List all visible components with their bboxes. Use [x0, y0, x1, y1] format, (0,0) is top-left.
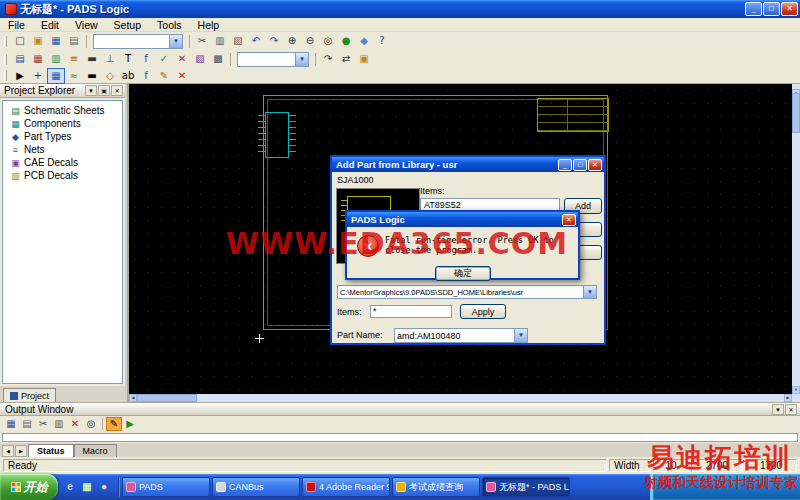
filter-input[interactable]: *	[370, 305, 452, 318]
tree-item-pcb-decals[interactable]: ▥ PCB Decals	[3, 169, 122, 182]
output-menu-icon[interactable]: ▼	[772, 404, 784, 415]
text-icon[interactable]: T	[119, 51, 137, 67]
out-clear-icon[interactable]: ✕	[67, 417, 83, 431]
vertical-scroll-thumb[interactable]	[792, 93, 800, 133]
panel-close-icon[interactable]: ✕	[111, 85, 123, 96]
internet-explorer-icon[interactable]: e	[63, 480, 77, 494]
media-player-icon[interactable]: ●	[97, 480, 111, 494]
toolbar-grip[interactable]	[4, 54, 7, 65]
horizontal-scroll-thumb[interactable]	[137, 394, 197, 402]
menu-item[interactable]: Setup	[106, 18, 149, 32]
bus-icon[interactable]: ▬	[83, 51, 101, 67]
field-icon[interactable]: f	[137, 51, 155, 67]
zoom-combo[interactable]: ▼	[93, 34, 183, 49]
maximize-button[interactable]: □	[763, 2, 780, 16]
show-desktop-icon[interactable]: ▦	[80, 480, 94, 494]
apply-button[interactable]: Apply	[460, 304, 506, 319]
panel-menu-icon[interactable]: ▼	[85, 85, 97, 96]
tree-item-cae-decals[interactable]: ▣ CAE Decals	[3, 156, 122, 169]
task-pads[interactable]: PADS	[122, 477, 210, 497]
grid-icon[interactable]: ▩	[209, 51, 227, 67]
connection-icon[interactable]: ≡	[65, 51, 83, 67]
menu-item[interactable]: Help	[190, 18, 228, 32]
mirror-icon[interactable]: ⇄	[337, 51, 355, 67]
close-button[interactable]: ✕	[781, 2, 798, 16]
add-offpage-icon[interactable]: ◇	[101, 68, 119, 84]
delete-icon[interactable]: ✕	[173, 68, 191, 84]
output-close-icon[interactable]: ✕	[785, 404, 797, 415]
component-symbol[interactable]	[265, 112, 289, 158]
library-combo[interactable]: C:\MentorGraphics\9.0PADS\SDD_HOME\Libra…	[337, 285, 597, 299]
add-bus-icon[interactable]: ▬	[83, 68, 101, 84]
zoom-in-icon[interactable]: ⊕	[283, 33, 301, 49]
task-canbus[interactable]: CANBus	[212, 477, 300, 497]
task-exam-query[interactable]: 考试成绩查询	[392, 477, 480, 497]
redraw-icon[interactable]: ●	[337, 33, 355, 49]
menu-item[interactable]: View	[67, 18, 106, 32]
out-save-icon[interactable]: ▦	[3, 417, 19, 431]
horizontal-scrollbar[interactable]: ◀ ▶	[129, 394, 792, 402]
tree-item-part-types[interactable]: ◆ Part Types	[3, 130, 122, 143]
tab-scroll-right-icon[interactable]: ▶	[15, 445, 27, 457]
undo-icon[interactable]: ↶	[247, 33, 265, 49]
layers-icon[interactable]: ▧	[191, 51, 209, 67]
chevron-down-icon[interactable]: ▼	[295, 53, 308, 66]
tab-project[interactable]: Project	[3, 388, 56, 402]
ok-button[interactable]: 确定	[435, 266, 491, 281]
system-tray[interactable]	[650, 474, 800, 500]
vertical-scrollbar[interactable]: ▲ ▼	[792, 84, 800, 394]
scroll-down-icon[interactable]: ▼	[792, 386, 800, 394]
cut-icon[interactable]: ✂	[193, 33, 211, 49]
part-name-combo[interactable]: amd:AM100480 ▼	[394, 328, 528, 343]
scroll-right-icon[interactable]: ▶	[784, 394, 792, 402]
start-button[interactable]: 开始	[0, 474, 58, 500]
out-separator[interactable]	[102, 418, 103, 430]
gates-icon[interactable]: ▦	[29, 51, 47, 67]
help-icon[interactable]: ?	[373, 33, 391, 49]
menu-item[interactable]: Edit	[33, 18, 67, 32]
out-find-icon[interactable]: ◎	[83, 417, 99, 431]
record-macro-icon[interactable]: ✎	[106, 417, 122, 431]
tree-item-nets[interactable]: ≡ Nets	[3, 143, 122, 156]
error-close-button[interactable]: ✕	[562, 214, 576, 226]
sheets-icon[interactable]: ▤	[11, 51, 29, 67]
add-connection-icon[interactable]: ≈	[65, 68, 83, 84]
properties-icon[interactable]: ▣	[355, 51, 373, 67]
erc-icon[interactable]: ✕	[173, 51, 191, 67]
new-file-icon[interactable]: □	[11, 33, 29, 49]
ground-icon[interactable]: ⊥	[101, 51, 119, 67]
dialog-minimize-button[interactable]: _	[558, 159, 572, 171]
out-cut-icon[interactable]: ✂	[35, 417, 51, 431]
toolbar-grip[interactable]	[4, 70, 7, 81]
output-log[interactable]	[2, 433, 798, 442]
rules-check-icon[interactable]: ✓	[155, 51, 173, 67]
error-title-bar[interactable]: PADS Logic ✕	[347, 212, 578, 227]
tree-item-schematic-sheets[interactable]: ▤ Schematic Sheets	[3, 104, 122, 117]
rotate-icon[interactable]: ↷	[319, 51, 337, 67]
zoom-out-icon[interactable]: ⊖	[301, 33, 319, 49]
out-print-icon[interactable]: ▤	[19, 417, 35, 431]
width-value[interactable]: 10	[653, 459, 689, 472]
redo-icon[interactable]: ↷	[265, 33, 283, 49]
print-icon[interactable]: ▤	[65, 33, 83, 49]
ole-object-icon[interactable]: ◆	[355, 33, 373, 49]
chevron-down-icon[interactable]: ▼	[583, 286, 596, 298]
tree-item-components[interactable]: ▦ Components	[3, 117, 122, 130]
chevron-down-icon[interactable]: ▼	[169, 35, 182, 48]
sheet-combo[interactable]: ▼	[237, 52, 309, 67]
copy-icon[interactable]: ▥	[211, 33, 229, 49]
menu-item[interactable]: Tools	[149, 18, 190, 32]
add-field-icon[interactable]: f	[137, 68, 155, 84]
add-text-icon[interactable]: ab	[119, 68, 137, 84]
minimize-button[interactable]: _	[745, 2, 762, 16]
menu-item[interactable]: File	[0, 18, 33, 32]
task-adobe-reader[interactable]: 4 Adobe Reader 9.0	[302, 477, 390, 497]
save-icon[interactable]: ▦	[47, 33, 65, 49]
part-editor-icon[interactable]: ▥	[47, 51, 65, 67]
panel-header[interactable]: Project Explorer ▼ ▣ ✕	[0, 84, 125, 98]
edit-text-icon[interactable]: ✎	[155, 68, 173, 84]
open-file-icon[interactable]: ▣	[29, 33, 47, 49]
output-window-header[interactable]: Output Window ▼ ✕	[0, 403, 800, 416]
dialog-maximize-button[interactable]: □	[573, 159, 587, 171]
out-copy-icon[interactable]: ▥	[51, 417, 67, 431]
